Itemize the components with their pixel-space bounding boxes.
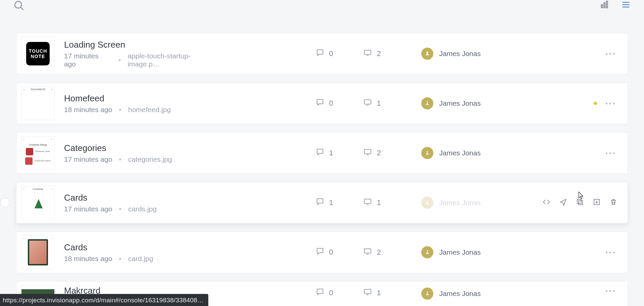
author[interactable]: James Jonas bbox=[421, 197, 522, 209]
comment-icon bbox=[316, 98, 324, 109]
svg-point-0 bbox=[15, 1, 21, 8]
comments-count[interactable]: 0 bbox=[316, 288, 333, 298]
author[interactable]: James Jonas bbox=[421, 246, 522, 258]
screen-icon bbox=[363, 98, 372, 109]
more-button[interactable] bbox=[603, 249, 618, 256]
more-button[interactable] bbox=[603, 50, 618, 57]
archive-icon[interactable] bbox=[593, 198, 601, 207]
thumbnail: •• Christmas bbox=[21, 186, 55, 219]
stats-icon[interactable] bbox=[600, 0, 609, 11]
comments-value: 1 bbox=[329, 198, 333, 207]
screens-count[interactable]: 2 bbox=[363, 148, 381, 158]
svg-rect-11 bbox=[365, 100, 371, 104]
filename: categories.jpg bbox=[128, 155, 172, 163]
svg-point-29 bbox=[427, 291, 428, 292]
comments-value: 0 bbox=[329, 248, 333, 257]
comments-count[interactable]: 0 bbox=[316, 48, 333, 59]
comments-value: 0 bbox=[329, 49, 333, 58]
avatar bbox=[421, 197, 433, 209]
screen-icon bbox=[363, 197, 372, 208]
separator: • bbox=[119, 255, 121, 263]
svg-point-16 bbox=[427, 151, 428, 152]
author[interactable]: James Jonas bbox=[421, 48, 522, 60]
code-icon[interactable] bbox=[542, 198, 550, 207]
comments-value: 0 bbox=[329, 99, 333, 108]
comment-icon bbox=[316, 197, 324, 208]
separator: • bbox=[119, 155, 121, 163]
screens-count[interactable]: 2 bbox=[363, 247, 381, 258]
screens-count[interactable]: 2 bbox=[363, 48, 381, 59]
screens-count[interactable]: 1 bbox=[363, 197, 381, 208]
comments-count[interactable]: 1 bbox=[316, 148, 333, 158]
author-name: James Jonas bbox=[439, 248, 481, 256]
separator: • bbox=[118, 56, 121, 64]
svg-rect-27 bbox=[365, 289, 371, 294]
author[interactable]: James Jonas bbox=[421, 147, 522, 159]
more-button[interactable] bbox=[603, 288, 618, 295]
svg-rect-17 bbox=[365, 199, 371, 203]
comment-icon bbox=[316, 247, 324, 258]
screen-row[interactable]: •• TOUCHNOTE Homefeed 18 minutes ago • h… bbox=[16, 83, 628, 124]
filename: homefeed.jpg bbox=[128, 106, 171, 114]
comment-icon bbox=[316, 48, 324, 59]
svg-point-13 bbox=[427, 101, 428, 102]
more-button[interactable] bbox=[603, 150, 618, 157]
author-name: James Jonas bbox=[439, 99, 481, 107]
separator: • bbox=[119, 106, 121, 114]
timestamp: 17 minutes ago bbox=[64, 155, 112, 163]
screen-row[interactable]: •• Christmas Range Christmas Cards A car… bbox=[16, 132, 628, 174]
share-icon[interactable] bbox=[559, 198, 567, 207]
svg-rect-2 bbox=[601, 5, 603, 8]
comments-value: 1 bbox=[329, 149, 333, 157]
copy-icon[interactable] bbox=[576, 198, 584, 207]
svg-rect-24 bbox=[365, 249, 371, 253]
comments-count[interactable]: 1 bbox=[316, 197, 333, 208]
author-name: James Jonas bbox=[439, 199, 481, 207]
screens-count[interactable]: 1 bbox=[363, 288, 381, 298]
thumbnail: •• Christmas Range Christmas Cards A car… bbox=[21, 136, 55, 170]
row-actions bbox=[542, 198, 618, 207]
comments-count[interactable]: 0 bbox=[316, 98, 333, 109]
svg-point-26 bbox=[427, 250, 428, 251]
screen-row[interactable]: •• Christmas Cards 17 minutes ago • card… bbox=[16, 182, 628, 223]
title-block: Cards 18 minutes ago • card.jpg bbox=[64, 242, 222, 263]
avatar bbox=[421, 147, 433, 159]
avatar bbox=[421, 246, 433, 258]
screens-value: 1 bbox=[377, 289, 381, 297]
title-block: Loading Screen 17 minutes ago • apple-to… bbox=[64, 40, 222, 68]
menu-icon[interactable] bbox=[621, 0, 631, 11]
screen-title: Loading Screen bbox=[64, 40, 222, 50]
svg-rect-4 bbox=[606, 1, 608, 8]
more-button[interactable] bbox=[603, 100, 618, 107]
thumb-text: TOUCH bbox=[29, 48, 47, 54]
comment-icon bbox=[316, 148, 324, 158]
screen-icon bbox=[363, 148, 372, 158]
svg-point-19 bbox=[427, 200, 428, 201]
delete-icon[interactable] bbox=[609, 198, 618, 207]
thumbnail: TOUCH NOTE bbox=[21, 37, 55, 70]
screens-value: 2 bbox=[377, 248, 381, 257]
screens-value: 1 bbox=[377, 99, 381, 108]
svg-point-10 bbox=[427, 51, 428, 52]
author-name: James Jonas bbox=[439, 290, 481, 298]
author[interactable]: James Jonas bbox=[421, 288, 522, 300]
top-bar bbox=[0, 0, 644, 13]
screen-row[interactable]: •• Cards 18 minutes ago • card.jpg 0 2 J… bbox=[16, 232, 628, 273]
avatar bbox=[421, 48, 433, 60]
timestamp: 18 minutes ago bbox=[64, 106, 112, 114]
title-block: Categories 17 minutes ago • categories.j… bbox=[64, 143, 222, 163]
screen-icon bbox=[363, 247, 372, 258]
thumb-text: Christmas Cards bbox=[35, 150, 50, 153]
author-name: James Jonas bbox=[439, 50, 481, 58]
comments-count[interactable]: 0 bbox=[316, 247, 333, 258]
author[interactable]: James Jonas bbox=[421, 97, 522, 109]
title-block: Cards 17 minutes ago • cards.jpg bbox=[64, 193, 222, 213]
svg-rect-21 bbox=[577, 199, 581, 203]
status-dot bbox=[594, 102, 597, 105]
search[interactable] bbox=[13, 0, 25, 13]
browser-status-url: https://projects.invisionapp.com/d/main#… bbox=[0, 294, 208, 306]
screen-row[interactable]: TOUCH NOTE Loading Screen 17 minutes ago… bbox=[16, 33, 628, 74]
filename: cards.jpg bbox=[128, 205, 157, 213]
screens-count[interactable]: 1 bbox=[363, 98, 381, 109]
search-icon bbox=[13, 0, 25, 13]
